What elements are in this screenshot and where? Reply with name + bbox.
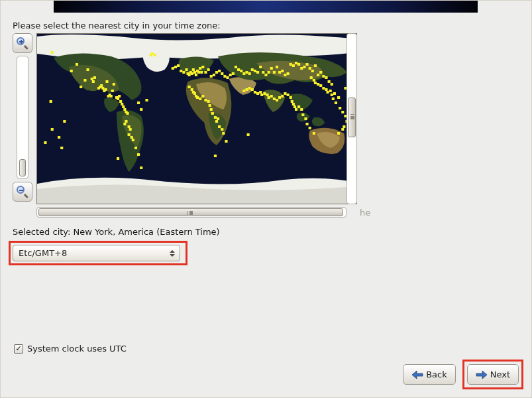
- svg-rect-67: [204, 71, 207, 74]
- svg-rect-93: [276, 66, 278, 68]
- svg-rect-80: [240, 70, 242, 72]
- svg-rect-8: [83, 79, 86, 82]
- svg-rect-106: [311, 70, 314, 72]
- svg-rect-102: [300, 67, 303, 70]
- svg-rect-175: [333, 92, 336, 95]
- svg-rect-113: [331, 83, 333, 86]
- svg-rect-3: [58, 136, 60, 139]
- svg-rect-133: [225, 140, 227, 143]
- svg-rect-30: [122, 105, 125, 108]
- svg-rect-83: [248, 72, 251, 75]
- back-button[interactable]: Back: [403, 364, 456, 385]
- zoom-slider[interactable]: [17, 56, 28, 179]
- svg-rect-154: [292, 103, 295, 105]
- svg-rect-117: [193, 92, 196, 95]
- svg-rect-179: [341, 111, 344, 113]
- svg-rect-119: [196, 96, 199, 99]
- svg-rect-94: [278, 71, 281, 74]
- svg-rect-98: [290, 63, 292, 66]
- svg-rect-171: [326, 91, 329, 94]
- svg-rect-31: [123, 108, 126, 111]
- svg-rect-95: [281, 70, 284, 72]
- timezone-combobox[interactable]: Etc/GMT+8: [13, 245, 180, 261]
- timezone-highlight: Etc/GMT+8: [9, 241, 187, 265]
- svg-rect-111: [325, 76, 327, 79]
- svg-rect-97: [286, 72, 289, 75]
- map-vertical-scrollbar[interactable]: [346, 33, 357, 204]
- svg-rect-50: [174, 66, 177, 68]
- next-highlight: Next: [462, 360, 523, 389]
- svg-rect-166: [314, 82, 317, 84]
- svg-rect-96: [284, 74, 286, 76]
- svg-rect-45: [145, 99, 148, 101]
- zoom-slider-thumb[interactable]: [19, 159, 26, 176]
- svg-rect-174: [332, 98, 335, 100]
- svg-rect-41: [134, 147, 137, 149]
- utc-checkbox[interactable]: ✓: [14, 344, 23, 354]
- zoom-out-button[interactable]: [13, 182, 32, 202]
- next-button[interactable]: Next: [467, 364, 519, 385]
- arrow-right-icon: [476, 370, 488, 379]
- svg-rect-184: [337, 132, 340, 135]
- svg-rect-124: [209, 104, 211, 107]
- svg-rect-77: [232, 72, 235, 75]
- svg-rect-191: [214, 155, 217, 157]
- svg-rect-157: [297, 105, 300, 108]
- svg-rect-186: [50, 100, 52, 103]
- zoom-in-button[interactable]: [13, 33, 32, 53]
- svg-rect-105: [309, 67, 311, 70]
- svg-rect-143: [266, 94, 268, 96]
- svg-rect-70: [213, 74, 215, 76]
- svg-rect-138: [254, 91, 256, 94]
- svg-rect-173: [331, 94, 333, 96]
- svg-rect-134: [242, 90, 245, 92]
- svg-rect-165: [313, 79, 315, 82]
- zoom-out-icon: [17, 186, 28, 198]
- svg-rect-120: [199, 98, 201, 100]
- svg-rect-78: [235, 66, 237, 68]
- svg-rect-127: [214, 116, 217, 119]
- svg-rect-167: [317, 83, 319, 86]
- svg-rect-161: [305, 123, 308, 125]
- svg-rect-19: [105, 80, 108, 83]
- svg-rect-86: [256, 71, 259, 74]
- world-map[interactable]: [36, 33, 357, 204]
- svg-rect-104: [305, 63, 308, 66]
- utc-label: System clock uses UTC: [27, 344, 127, 354]
- map-horizontal-scrollbar[interactable]: [36, 207, 346, 218]
- svg-rect-142: [263, 92, 266, 95]
- svg-rect-60: [193, 71, 196, 74]
- svg-rect-42: [137, 153, 140, 156]
- svg-rect-168: [319, 84, 322, 87]
- svg-rect-47: [151, 52, 154, 55]
- svg-rect-54: [185, 68, 187, 71]
- svg-rect-63: [197, 71, 200, 74]
- svg-rect-147: [276, 99, 278, 101]
- svg-rect-23: [111, 90, 114, 92]
- svg-rect-132: [222, 132, 225, 135]
- svg-rect-89: [264, 74, 267, 76]
- svg-rect-39: [131, 136, 133, 139]
- svg-rect-155: [293, 105, 296, 108]
- svg-rect-183: [341, 128, 344, 131]
- svg-rect-151: [286, 94, 289, 96]
- svg-rect-72: [218, 70, 221, 72]
- svg-rect-170: [325, 88, 327, 91]
- svg-rect-169: [322, 87, 325, 90]
- scrollbar-thumb[interactable]: [348, 98, 356, 137]
- svg-rect-68: [207, 68, 210, 71]
- svg-rect-123: [207, 100, 210, 103]
- svg-rect-88: [262, 71, 264, 74]
- svg-rect-28: [119, 100, 122, 103]
- svg-rect-69: [210, 75, 213, 78]
- scrollbar-thumb[interactable]: [38, 208, 343, 216]
- svg-rect-148: [278, 96, 281, 99]
- svg-rect-115: [191, 88, 193, 91]
- svg-rect-178: [339, 107, 341, 109]
- svg-rect-56: [188, 74, 191, 76]
- svg-rect-188: [44, 141, 46, 144]
- svg-rect-82: [245, 71, 248, 74]
- svg-rect-10: [91, 78, 93, 80]
- svg-rect-15: [100, 84, 103, 87]
- svg-rect-71: [215, 71, 218, 74]
